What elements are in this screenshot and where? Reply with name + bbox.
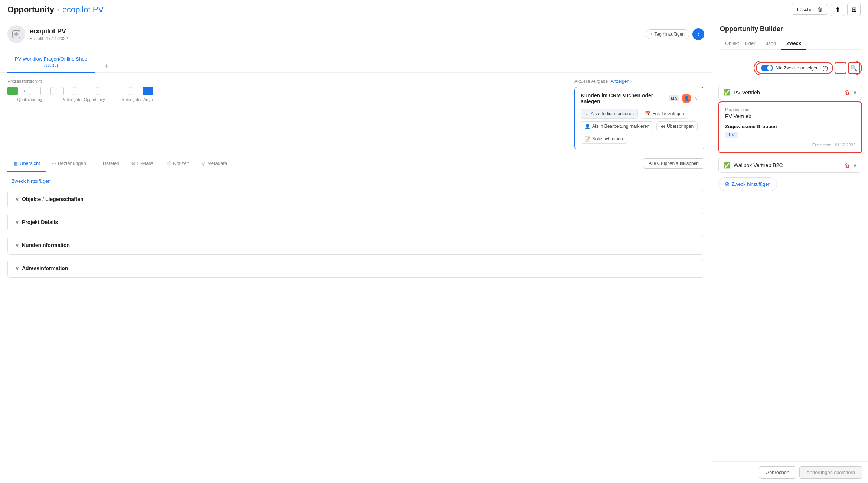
task-popup-title: Kunden im CRM suchen oder anlegen [581, 93, 669, 104]
filter-icon: ≡ [839, 65, 842, 71]
cancel-button[interactable]: Abbrechen [759, 466, 796, 479]
write-note-label: Notiz schreiben [592, 136, 623, 142]
purpose-header-left: ✅ PV Vertrieb [723, 89, 760, 96]
share-icon: ⬆ [835, 6, 840, 13]
add-tag-button[interactable]: + Tag hinzufügen [646, 29, 689, 39]
arrow-icon: → [20, 88, 26, 94]
plus-icon: + [650, 32, 653, 37]
content-area: + Zweck hinzufügen ∨ Objekte / Liegensch… [0, 172, 712, 288]
check-icon: ☑ [585, 111, 589, 116]
breadcrumb-separator: › [57, 6, 59, 13]
skip-button[interactable]: ⏭ Überspringen [656, 121, 698, 131]
purpose-item-pv-vertrieb: ✅ PV Vertrieb 🗑 ∧ Purpose name PV Ve [718, 85, 862, 153]
share-button[interactable]: ⬆ [831, 3, 844, 16]
section-project-header[interactable]: ∨ Projekt Details [8, 213, 704, 231]
section-objects-header[interactable]: ∨ Objekte / Liegenschaften [8, 190, 704, 208]
skip-label: Überspringen [667, 124, 694, 129]
purpose-check-icon: ✅ [723, 89, 731, 96]
workflow-section: PV-Workflow Fragen/Online-Shop(OCC) + [0, 52, 712, 73]
tab-files[interactable]: □ Dateien [92, 155, 125, 172]
section-customer-header[interactable]: ∨ Kundeninformation [8, 236, 704, 254]
tab-files-label: Dateien [103, 161, 120, 166]
purpose-collapse-pv-button[interactable]: ∧ [853, 89, 857, 96]
progress-label: Prozessfortschritt [7, 79, 559, 84]
add-workflow-tab-button[interactable]: + [101, 61, 112, 72]
search-button[interactable]: 🔍 [848, 62, 860, 74]
tab-emails[interactable]: ✉ E-Mails [125, 155, 159, 172]
add-purpose-label: Zweck hinzufügen [12, 178, 51, 184]
purpose-delete-wallbox-button[interactable]: 🗑 [845, 162, 850, 168]
purpose-expand-wallbox-button[interactable]: ∨ [853, 162, 857, 169]
purpose-delete-pv-button[interactable]: 🗑 [845, 90, 850, 95]
purpose-date: Erstellt am · 01.12.2022 [725, 143, 855, 147]
tab-metadata[interactable]: ◎ Metadata [195, 155, 233, 172]
email-icon: ✉ [131, 161, 136, 166]
mark-in-progress-button[interactable]: 👤 Als in Bearbeitung markieren [581, 121, 653, 131]
purpose-assigned-value: PV [725, 132, 738, 138]
section-address-header[interactable]: ∨ Adressinformation [8, 259, 704, 277]
grid-icon: ⊞ [852, 6, 856, 13]
add-deadline-button[interactable]: 📅 Frist hinzufügen [641, 109, 688, 119]
current-task-label: Aktuelle Aufgabe [574, 79, 608, 84]
toggle-label: Alle Zwecke anzeigen - (2) [775, 65, 828, 71]
tab-json[interactable]: Json [761, 38, 781, 50]
toolbar-inner: Alle Zwecke anzeigen - (2) ≡ 🔍 [756, 62, 860, 74]
task-popup: Kunden im CRM suchen oder anlegen MA 👤 ∧… [574, 87, 704, 149]
breadcrumb-home[interactable]: Opportunity [7, 5, 54, 14]
task-popup-header: Kunden im CRM suchen oder anlegen MA 👤 ∧ [581, 93, 698, 104]
purpose-name-pv-vertrieb: PV Vertrieb [734, 90, 760, 95]
breadcrumb: Opportunity › ecopilot PV [7, 5, 104, 14]
toggle-switch [761, 65, 773, 71]
add-purpose-link[interactable]: + Zweck hinzufügen [7, 178, 704, 184]
save-changes-button[interactable]: Änderungen speichern [799, 466, 862, 479]
workflow-tab-active[interactable]: PV-Workflow Fragen/Online-Shop(OCC) [7, 52, 95, 73]
chevron-down-icon-4: ∨ [15, 265, 19, 271]
breadcrumb-current[interactable]: ecopilot PV [62, 5, 104, 14]
chevron-down-icon-wallbox: ∨ [853, 162, 857, 168]
purpose-field-value: PV Vertrieb [725, 113, 855, 119]
right-panel: Opportunity Builder Objekt Builder Json … [712, 19, 868, 483]
tab-relationships[interactable]: ⊙ Beziehungen [46, 155, 92, 172]
section-objects: ∨ Objekte / Liegenschaften [7, 190, 704, 208]
tab-zweck[interactable]: Zweck [781, 38, 806, 50]
add-deadline-label: Frist hinzufügen [652, 111, 684, 116]
right-panel-toolbar: Alle Zwecke anzeigen - (2) ≡ 🔍 [712, 56, 868, 80]
delete-button[interactable]: Löschen 🗑 [792, 4, 828, 15]
right-panel-header: Opportunity Builder Objekt Builder Json … [712, 19, 868, 56]
progress-block-7 [87, 87, 97, 95]
purpose-header-pv-vertrieb: ✅ PV Vertrieb 🗑 ∧ [718, 85, 862, 100]
notes-icon: 📄 [165, 161, 171, 166]
task-popup-meta: MA 👤 ∧ [669, 94, 698, 103]
purpose-item-wallbox: ✅ Wallbox Vertrieb B2C 🗑 ∨ [718, 158, 862, 173]
show-task-link[interactable]: Anzeigen › [611, 79, 632, 84]
expand-groups-button[interactable]: Alle Gruppen ausklappen [643, 158, 704, 169]
progress-block-4 [52, 87, 62, 95]
section-customer: ∨ Kundeninformation [7, 236, 704, 255]
write-note-button[interactable]: 📝 Notiz schreiben [581, 134, 627, 144]
filter-button[interactable]: ≡ [835, 62, 846, 74]
progress-block-1 [7, 87, 18, 95]
tab-objekt-builder[interactable]: Objekt Builder [720, 38, 761, 50]
progress-blocks: → → [7, 87, 559, 95]
right-panel-tabs: Objekt Builder Json Zweck [720, 38, 861, 50]
purpose-check-icon-wallbox: ✅ [723, 162, 731, 169]
chevron-down-icon-2: ∨ [15, 219, 19, 225]
stage-label-2: Prüfung der Opportunity [61, 97, 105, 102]
grid-button[interactable]: ⊞ [847, 3, 861, 16]
right-panel-title: Opportunity Builder [720, 25, 861, 33]
progress-block-8 [98, 87, 108, 95]
add-purpose-button[interactable]: ⊕ Zweck hinzufügen [718, 177, 777, 191]
progress-block-3 [40, 87, 51, 95]
section-address-label: Adressinformation [22, 265, 68, 271]
files-icon: □ [98, 161, 101, 166]
section-project: ∨ Projekt Details [7, 213, 704, 231]
user-icon: 👤 [684, 96, 689, 101]
task-collapse-button[interactable]: ∧ [694, 95, 698, 102]
tab-notes[interactable]: 📄 Notizen [159, 155, 195, 172]
mark-done-label: Als erledigt markieren [591, 111, 634, 116]
show-all-toggle[interactable]: Alle Zwecke anzeigen - (2) [756, 62, 833, 74]
tab-overview[interactable]: ▦ Übersicht [7, 155, 46, 172]
collapse-button[interactable]: ‹ [692, 28, 704, 40]
mark-done-button[interactable]: ☑ Als erledigt markieren [581, 109, 638, 119]
tag-label: Tag hinzufügen [655, 32, 685, 37]
